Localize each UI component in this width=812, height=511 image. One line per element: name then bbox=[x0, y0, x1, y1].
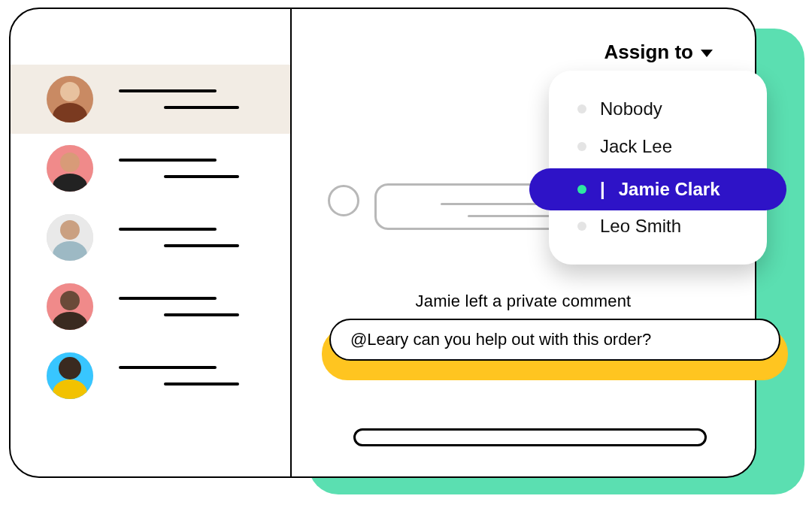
list-item[interactable] bbox=[11, 65, 290, 134]
avatar-placeholder-icon bbox=[328, 185, 359, 216]
status-dot-icon bbox=[577, 185, 586, 194]
assign-to-dropdown-trigger[interactable]: Assign to bbox=[604, 41, 713, 64]
status-dot-icon bbox=[577, 222, 586, 231]
assign-option-jack-lee[interactable]: Jack Lee bbox=[549, 128, 767, 165]
list-item[interactable] bbox=[11, 341, 290, 410]
list-item[interactable] bbox=[11, 203, 290, 272]
assign-to-label: Assign to bbox=[604, 41, 693, 64]
option-label: Jamie Clark bbox=[619, 179, 720, 200]
option-label: Leo Smith bbox=[600, 216, 681, 237]
placeholder-lines bbox=[119, 366, 239, 386]
status-dot-icon bbox=[577, 104, 586, 113]
placeholder-lines bbox=[119, 89, 239, 109]
avatar bbox=[47, 352, 93, 399]
comment-text: @Leary can you help out with this order? bbox=[329, 319, 780, 361]
private-comment-header thand: Jamie left a private comment bbox=[292, 292, 755, 311]
placeholder-lines bbox=[119, 228, 239, 247]
placeholder-lines bbox=[119, 159, 239, 178]
list-item[interactable] bbox=[11, 272, 290, 341]
option-label: Jack Lee bbox=[600, 136, 672, 157]
status-dot-icon bbox=[577, 142, 586, 151]
list-item[interactable] bbox=[11, 134, 290, 203]
avatar bbox=[47, 283, 93, 330]
reply-input[interactable] bbox=[353, 428, 707, 446]
option-label: Nobody bbox=[600, 98, 662, 119]
avatar bbox=[47, 214, 93, 261]
private-comment-bubble: @Leary can you help out with this order? bbox=[329, 319, 788, 379]
assign-option-nobody[interactable]: Nobody bbox=[549, 90, 767, 128]
avatar bbox=[47, 76, 93, 122]
assign-option-jamie-clark-selected[interactable]: | Jamie Clark bbox=[529, 168, 786, 210]
assign-option-leo-smith[interactable]: Leo Smith bbox=[549, 207, 767, 245]
caret-down-icon bbox=[701, 50, 713, 57]
sidebar bbox=[11, 9, 292, 476]
avatar bbox=[47, 145, 93, 192]
assign-to-popover: Nobody Jack Lee Leo Smith | Jamie Clark bbox=[549, 71, 767, 265]
placeholder-lines bbox=[119, 297, 239, 316]
